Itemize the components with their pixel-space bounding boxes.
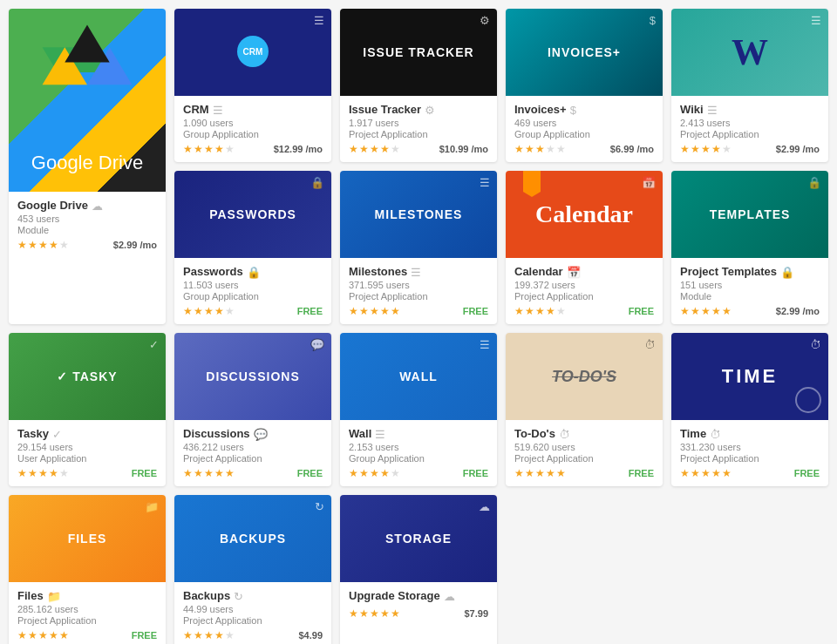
card-todos[interactable]: TO-DO'S ⏱ To-Do's ⏱ 519.620 users Projec…	[506, 333, 663, 486]
card-wiki[interactable]: W ☰ Wiki ☰ 2.413 users Project Applicati…	[671, 9, 828, 162]
card-type-wall: Group Application	[349, 453, 488, 464]
price-issue-tracker: $10.99 /mo	[439, 144, 488, 154]
thumb-title-discussions: DISCUSSIONS	[206, 369, 299, 383]
card-thumb-calendar: Calendar 📅	[506, 171, 663, 258]
cloud-icon-sm-storage: ☁	[444, 590, 455, 603]
thumb-title-files: FILES	[68, 532, 107, 546]
card-name-tasky: Tasky	[17, 427, 49, 440]
card-name-passwords: Passwords	[183, 265, 243, 278]
card-storage[interactable]: STORAGE ☁ Upgrade Storage ☁ ★ ★ ★ ★ ★ $7…	[340, 495, 497, 644]
lock-icon-sm-templates: 🔒	[780, 266, 794, 279]
card-thumb-milestones: MILESTONES ☰	[340, 171, 497, 258]
card-body-storage: Upgrade Storage ☁ ★ ★ ★ ★ ★ $7.99	[340, 582, 497, 627]
card-thumb-invoices: INVOICES+ $	[506, 9, 663, 96]
card-type-project-templates: Module	[680, 291, 820, 302]
card-name-google-drive: Google Drive	[17, 199, 88, 212]
card-project-templates[interactable]: TEMPLATES 🔒 Project Templates 🔒 151 user…	[671, 171, 828, 324]
card-body-backups: Backups ↻ 44.99 users Project Applicatio…	[174, 582, 331, 644]
card-name-discussions: Discussions	[183, 427, 250, 440]
price-files: FREE	[132, 630, 157, 641]
card-type-discussions: Project Application	[183, 453, 323, 464]
card-type-time: Project Application	[680, 453, 820, 464]
card-body-wiki: Wiki ☰ 2.413 users Project Application ★…	[671, 96, 828, 162]
settings-icon-sm: ⚙	[425, 104, 435, 117]
price-passwords: FREE	[297, 306, 323, 316]
card-users-backups: 44.99 users	[183, 604, 323, 614]
todos-label: TO-DO'S	[552, 368, 616, 386]
card-backups[interactable]: BACKUPS ↻ Backups ↻ 44.99 users Project …	[174, 495, 331, 644]
stars-milestones: ★ ★ ★ ★ ★	[349, 305, 400, 317]
card-thumb-tasky: ✓ TASKY ✓	[9, 333, 166, 420]
card-invoices[interactable]: INVOICES+ $ Invoices+ $ 469 users Group …	[506, 9, 663, 162]
stars-issue-tracker: ★ ★ ★ ★ ★	[349, 143, 400, 155]
card-body-invoices: Invoices+ $ 469 users Group Application …	[506, 96, 663, 162]
file-icon: ☰	[213, 104, 223, 117]
stars-time: ★ ★ ★ ★ ★	[680, 467, 732, 479]
card-users-issue-tracker: 1.917 users	[349, 118, 488, 128]
card-time[interactable]: TIME ⏱ Time ⏱ 331.230 users Project Appl…	[671, 333, 828, 486]
file-icon-sm-milestones: ☰	[411, 266, 421, 279]
stars-files: ★ ★ ★ ★ ★	[17, 629, 69, 641]
card-footer-time: ★ ★ ★ ★ ★ FREE	[680, 467, 820, 479]
folder-icon-sm-files: 📁	[47, 590, 61, 603]
card-discussions[interactable]: DISCUSSIONS 💬 Discussions 💬 436.212 user…	[174, 333, 331, 486]
card-name-project-templates: Project Templates	[680, 265, 777, 278]
clock-icon-time: ⏱	[810, 338, 821, 351]
calendar-label: Calendar	[535, 200, 633, 228]
stars-invoices: ★ ★ ★ ★ ★	[514, 143, 566, 155]
stars-project-templates: ★ ★ ★ ★ ★	[680, 305, 732, 317]
card-footer-files: ★ ★ ★ ★ ★ FREE	[17, 629, 157, 641]
clock-icon-todos: ⏱	[644, 338, 656, 351]
card-name-wiki: Wiki	[680, 103, 704, 116]
card-thumb-discussions: DISCUSSIONS 💬	[174, 333, 331, 420]
card-files[interactable]: FILES 📁 Files 📁 285.162 users Project Ap…	[9, 495, 166, 644]
card-milestones[interactable]: MILESTONES ☰ Milestones ☰ 371.595 users …	[340, 171, 497, 324]
card-type-backups: Project Application	[183, 615, 323, 626]
card-crm[interactable]: CRM ☰ CRM ☰ 1.090 users Group Applicatio…	[174, 9, 331, 162]
card-users-tasky: 29.154 users	[17, 442, 157, 452]
card-name-wall: Wall	[349, 427, 371, 440]
cloud-icon-storage: ☁	[479, 500, 490, 513]
card-thumb-storage: STORAGE ☁	[340, 495, 497, 582]
card-footer-milestones: ★ ★ ★ ★ ★ FREE	[349, 305, 488, 317]
price-time: FREE	[794, 468, 820, 478]
card-body-files: Files 📁 285.162 users Project Applicatio…	[9, 582, 166, 644]
card-google-drive[interactable]: Google Drive Google Drive ☁ 453 users Mo…	[9, 9, 166, 324]
card-wall[interactable]: WALL ☰ Wall ☰ 2.153 users Group Applicat…	[340, 333, 497, 486]
card-thumb-google-drive: Google Drive	[9, 9, 166, 192]
card-tasky[interactable]: ✓ TASKY ✓ Tasky ✓ 29.154 users User Appl…	[9, 333, 166, 486]
card-type-passwords: Group Application	[183, 291, 323, 302]
wiki-w-letter: W	[732, 31, 768, 73]
gdrive-label: Google Drive	[9, 152, 166, 174]
chat-icon-sm: 💬	[254, 428, 268, 441]
stars-tasky: ★ ★ ★ ★ ★	[17, 467, 69, 479]
settings-icon: ⚙	[480, 14, 490, 27]
card-users-crm: 1.090 users	[183, 118, 323, 128]
card-users-project-templates: 151 users	[680, 280, 820, 290]
card-passwords[interactable]: PASSWORDS 🔒 Passwords 🔒 11.503 users Gro…	[174, 171, 331, 324]
card-type-wiki: Project Application	[680, 129, 820, 139]
card-name-files: Files	[17, 589, 44, 602]
clock-icon-sm-todos: ⏱	[559, 428, 570, 441]
thumb-title-wall: WALL	[399, 369, 438, 383]
card-users-discussions: 436.212 users	[183, 442, 323, 452]
card-type-crm: Group Application	[183, 129, 323, 139]
stars-backups: ★ ★ ★ ★ ★	[183, 629, 235, 641]
thumb-title-invoices: INVOICES+	[548, 45, 621, 59]
card-footer-invoices: ★ ★ ★ ★ ★ $6.99 /mo	[514, 143, 654, 155]
card-body-milestones: Milestones ☰ 371.595 users Project Appli…	[340, 258, 497, 324]
file-icon-crm: ☰	[314, 14, 324, 27]
stars-crm: ★ ★ ★ ★ ★	[183, 143, 235, 155]
thumb-title-time: TIME	[722, 365, 779, 388]
card-type-calendar: Project Application	[514, 291, 654, 302]
card-name-storage: Upgrade Storage	[349, 589, 440, 602]
card-footer-discussions: ★ ★ ★ ★ ★ FREE	[183, 467, 323, 479]
card-footer-passwords: ★ ★ ★ ★ ★ FREE	[183, 305, 323, 317]
card-users-invoices: 469 users	[514, 118, 654, 128]
card-body-crm: CRM ☰ 1.090 users Group Application ★ ★ …	[174, 96, 331, 162]
calendar-icon: 📅	[642, 176, 656, 189]
card-footer-backups: ★ ★ ★ ★ ★ $4.99	[183, 629, 323, 641]
card-issue-tracker[interactable]: ISSUE TRACKER ⚙ Issue Tracker ⚙ 1.917 us…	[340, 9, 497, 162]
card-calendar[interactable]: Calendar 📅 Calendar 📅 199.372 users Proj…	[506, 171, 663, 324]
chat-icon-discussions: 💬	[310, 338, 324, 351]
